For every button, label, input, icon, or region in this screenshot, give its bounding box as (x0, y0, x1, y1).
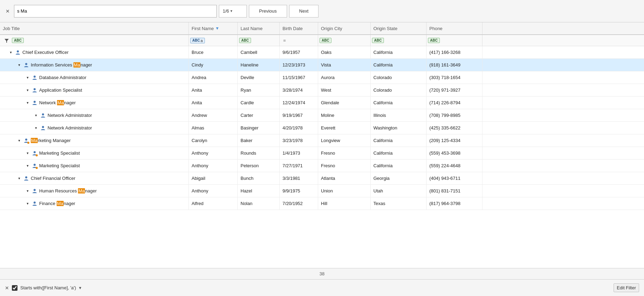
bottom-filter-bar: ✕ Starts with([First Name], 'a') ▾ Edit … (0, 279, 644, 296)
person-icon (40, 125, 46, 131)
table-row[interactable]: ▼ Marketing Specialist Anthony Peterson … (0, 160, 644, 172)
job-title: Chief Financial Officer (31, 176, 76, 181)
table-row[interactable]: ▼ Network Manager Anita Cardle 12/24/197… (0, 97, 644, 109)
svg-point-12 (34, 189, 36, 191)
table-row[interactable]: ▼ Database Administrator Andrea Deville … (0, 71, 644, 84)
expand-btn[interactable]: ▼ (17, 63, 22, 68)
cell-job: ▼ Chief Financial Officer (0, 172, 189, 184)
cell-last: Bunch (238, 172, 280, 184)
match-dropdown-icon[interactable]: ▾ (230, 9, 232, 13)
table-row[interactable]: ▼ Network Administrator Andrew Carter 9/… (0, 109, 644, 122)
table-row[interactable]: ▼ Application Specialist Anita Ryan 3/28… (0, 84, 644, 97)
svg-point-1 (17, 50, 19, 52)
bottom-close-button[interactable]: ✕ (5, 285, 9, 291)
expand-btn[interactable]: ▼ (8, 50, 13, 55)
cell-phone: (209) 125-4334 (427, 134, 482, 147)
filter-tag-job: ABC (12, 38, 24, 43)
cell-birth: 3/28/1974 (280, 84, 318, 96)
filter-tag-state: ABC (372, 38, 384, 43)
job-title: Marketing Specialist (39, 150, 80, 156)
expand-btn[interactable]: ▼ (25, 100, 30, 105)
col-header-last[interactable]: Last Name (238, 22, 280, 34)
cell-city: Longview (318, 134, 371, 147)
cell-birth: 9/19/1967 (280, 109, 318, 121)
col-header-birth[interactable]: Birth Date (280, 22, 318, 34)
cell-city: Vista (318, 59, 371, 71)
cell-first: Alfred (189, 197, 238, 210)
cell-first: Andrea (189, 71, 238, 84)
data-grid: Job Title First Name ▼ Last Name Birth D… (0, 22, 644, 279)
table-row[interactable]: ▼ Finance Manager Alfred Nolan 7/20/1952… (0, 197, 644, 210)
filter-cell-phone: ABC (427, 35, 482, 46)
expand-btn[interactable]: ▼ (25, 75, 30, 80)
expand-btn[interactable]: ▼ (17, 176, 22, 181)
cell-city: Glendale (318, 97, 371, 109)
svg-point-3 (34, 76, 36, 78)
cell-state: Washington (371, 122, 427, 134)
cell-job: ▼ Application Specialist (0, 84, 189, 96)
expand-btn[interactable]: ▼ (25, 151, 30, 156)
cell-first: Anita (189, 84, 238, 96)
cell-phone: (918) 161-3649 (427, 59, 482, 71)
table-row[interactable]: ▼ Marketing Manager Carolyn Baker 3/23/1… (0, 134, 644, 147)
job-title: Chief Executive Officer (22, 50, 69, 55)
table-row[interactable]: ▼ Human Resources Manager Anthony Hazel … (0, 185, 644, 197)
col-header-first[interactable]: First Name ▼ (189, 22, 238, 34)
next-button[interactable]: Next (289, 5, 319, 17)
col-header-city[interactable]: Origin City (318, 22, 371, 34)
svg-point-5 (34, 101, 36, 103)
col-header-phone[interactable]: Phone (427, 22, 482, 34)
cell-phone: (801) 831-7151 (427, 185, 482, 197)
edit-filter-button[interactable]: Edit Filter (614, 283, 639, 292)
cell-job: ▼ Marketing Manager (0, 134, 189, 147)
job-title: Network Administrator (48, 113, 92, 118)
svg-point-11 (25, 176, 27, 178)
person-icon (31, 188, 38, 194)
cell-birth: 11/15/1967 (280, 71, 318, 84)
expand-btn[interactable]: ▼ (25, 189, 30, 193)
col-header-job[interactable]: Job Title (0, 22, 189, 34)
col-header-state[interactable]: Origin State (371, 22, 427, 34)
cell-phone: (708) 799-8985 (427, 109, 482, 121)
search-bar: ✕ 1/6 ▾ Previous Next (0, 0, 644, 22)
filter-tag-last: ABC (239, 38, 251, 43)
cell-first: Almas (189, 122, 238, 134)
table-row[interactable]: ▼ Network Administrator Almas Basinger 4… (0, 122, 644, 134)
filter-dropdown-button[interactable]: ▾ (79, 285, 81, 290)
expand-btn[interactable]: ▼ (25, 88, 30, 93)
previous-button[interactable]: Previous (249, 5, 287, 17)
filter-checkbox[interactable] (12, 285, 17, 291)
expand-btn[interactable]: ▼ (34, 113, 38, 118)
svg-point-10 (34, 164, 36, 166)
cell-job: ▼ Marketing Specialist (0, 160, 189, 172)
search-input[interactable] (17, 8, 214, 14)
cell-city: Hill (318, 197, 371, 210)
table-row[interactable]: ▼ Chief Executive Officer Bruce Cambell … (0, 46, 644, 59)
expand-btn[interactable]: ▼ (34, 126, 38, 131)
cell-state: California (371, 46, 427, 58)
cell-city: Fresno (318, 147, 371, 159)
cell-city: West (318, 84, 371, 96)
cell-first: Bruce (189, 46, 238, 58)
cell-city: Union (318, 185, 371, 197)
cell-last: Rounds (238, 147, 280, 159)
cell-job: ▼ Information Services Manager (0, 59, 189, 71)
expand-btn[interactable]: ▼ (25, 201, 30, 206)
expand-btn[interactable]: ▼ (25, 163, 30, 168)
svg-point-8 (25, 139, 27, 141)
filter-funnel-icon[interactable] (1, 38, 12, 43)
filter-tag-phone: ABC (428, 38, 440, 43)
cell-first: Anthony (189, 185, 238, 197)
cell-job: ▼ Network Administrator (0, 109, 189, 121)
table-row[interactable]: ▼ Information Services Manager Cindy Han… (0, 59, 644, 71)
table-row[interactable]: ▼ Chief Financial Officer Abigail Bunch … (0, 172, 644, 185)
cell-last: Basinger (238, 122, 280, 134)
expand-btn[interactable]: ▼ (17, 138, 22, 143)
filter-cell-job: ABC (0, 35, 189, 46)
cell-phone: (303) 718-1654 (427, 71, 482, 84)
search-close-button[interactable]: ✕ (3, 7, 12, 15)
cell-phone: (559) 224-4648 (427, 160, 482, 172)
filter-cell-city: ABC (318, 35, 371, 46)
table-row[interactable]: ▼ Marketing Specialist Anthony Rounds 1/… (0, 147, 644, 160)
cell-last: Carter (238, 109, 280, 121)
